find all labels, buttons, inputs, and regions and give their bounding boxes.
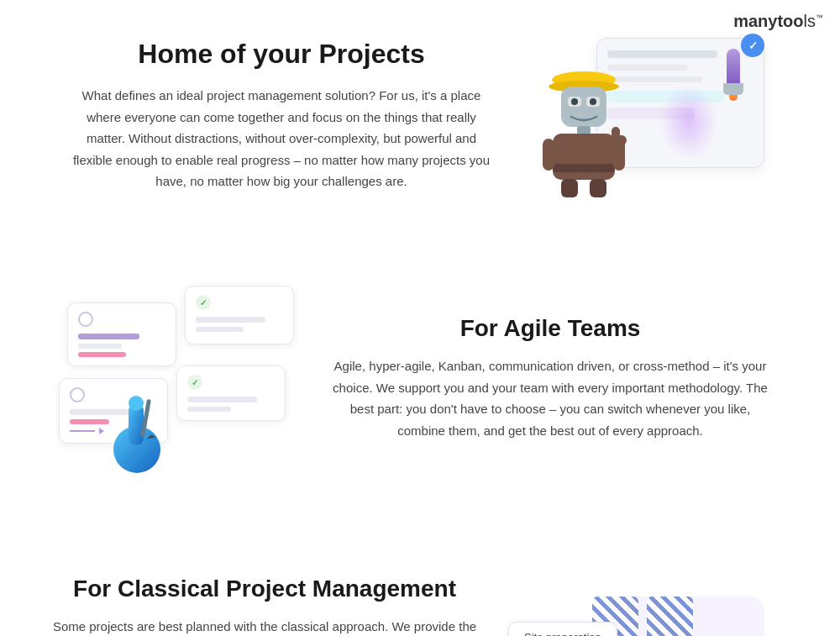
logo-trademark: ™ <box>816 13 823 22</box>
svg-point-19 <box>129 396 144 411</box>
classical-section-image: Site preparation Foundation construction <box>504 576 773 636</box>
svg-point-7 <box>590 98 596 105</box>
svg-point-6 <box>571 98 578 105</box>
spacer-1 <box>0 231 840 265</box>
site-preparation-node: Site preparation <box>508 622 617 636</box>
agile-section: ✓ ✓ <box>0 265 840 508</box>
card3-circle <box>70 387 85 402</box>
home-section-text: Home of your Projects What defines an id… <box>67 39 521 192</box>
robot-illustration <box>529 55 638 197</box>
svg-rect-10 <box>553 164 615 172</box>
rocket-shape <box>717 49 750 108</box>
robot-glow <box>659 84 718 160</box>
svg-rect-8 <box>577 126 591 134</box>
card2-line2 <box>196 327 244 332</box>
classical-description: Some projects are best planned with the … <box>50 616 479 636</box>
card2-check: ✓ <box>196 295 211 310</box>
classical-title: For Classical Project Management <box>50 576 479 602</box>
arrow-line <box>70 430 95 432</box>
agile-card-2: ✓ <box>185 286 294 344</box>
card4-line1 <box>187 397 257 402</box>
card1-circle <box>78 312 93 327</box>
arrow-head <box>99 428 104 434</box>
svg-rect-13 <box>612 127 620 139</box>
svg-rect-14 <box>543 139 554 171</box>
stripe-column-2 <box>647 597 693 636</box>
home-description: What defines an ideal project management… <box>67 85 496 192</box>
svg-rect-9 <box>553 134 615 180</box>
agile-card-1 <box>67 302 176 366</box>
svg-rect-15 <box>561 179 578 197</box>
card1-line2 <box>78 344 122 349</box>
agile-title: For Agile Teams <box>328 315 773 342</box>
logo-many-text: manytoo <box>733 12 803 30</box>
card1-line1 <box>78 334 139 339</box>
home-section-image: ✓ <box>521 34 773 197</box>
card2-line1 <box>196 317 265 323</box>
svg-rect-16 <box>590 179 606 197</box>
agile-card-4: ✓ <box>176 365 286 421</box>
home-section: Home of your Projects What defines an id… <box>0 0 840 231</box>
agile-description: Agile, hyper-agile, Kanban, communicatio… <box>328 355 773 441</box>
agile-section-image: ✓ ✓ <box>50 281 302 475</box>
home-title: Home of your Projects <box>67 39 496 70</box>
spacer-2 <box>0 508 840 542</box>
site-preparation-label: Site preparation <box>524 631 601 636</box>
card4-line2 <box>187 407 231 412</box>
agile-section-text: For Agile Teams Agile, hyper-agile, Kanb… <box>302 315 773 441</box>
card4-check: ✓ <box>187 375 202 390</box>
classical-section-text: For Classical Project Management Some pr… <box>50 576 504 636</box>
card1-line3 <box>78 352 126 357</box>
manytools-logo: manytools™ <box>733 12 823 31</box>
hand-pointer-icon <box>105 391 172 475</box>
classical-section: For Classical Project Management Some pr… <box>0 542 840 636</box>
card3-line2 <box>70 419 109 424</box>
logo-tools-text: ls <box>804 12 816 30</box>
check-badge: ✓ <box>741 34 764 57</box>
